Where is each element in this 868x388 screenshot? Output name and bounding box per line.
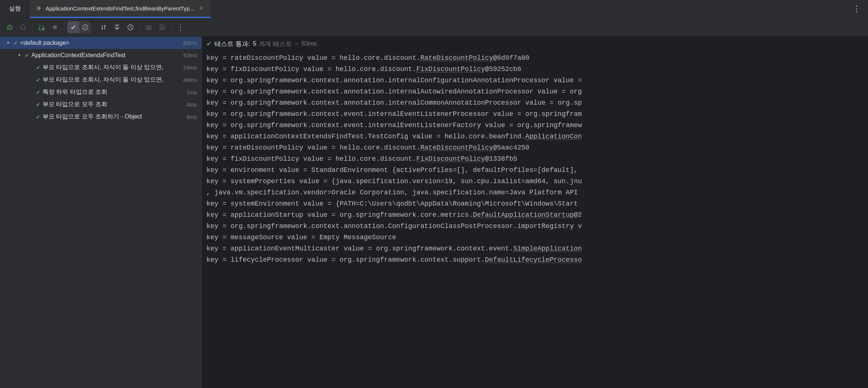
tree-node-time: 24ms	[183, 64, 197, 71]
svg-rect-1	[53, 25, 57, 29]
tree-test-row[interactable]: ✔ 부모 타입으로 모두 조회 4ms	[0, 98, 201, 111]
status-dash: –	[295, 40, 298, 47]
console-line: key = fixDiscountPolicy value = hello.co…	[206, 64, 864, 75]
history-button[interactable]	[124, 21, 136, 33]
pass-icon: ✔	[36, 89, 40, 95]
console-line: key = rateDiscountPolicy value = hello.c…	[206, 52, 864, 64]
run-tool-label: 실행	[0, 5, 30, 13]
pass-icon: ✔	[206, 40, 212, 48]
tree-class-row[interactable]: ▾ ✔ ApplicationContextExtendsFindTest 83…	[0, 49, 201, 61]
tree-node-label: ApplicationContextExtendsFindTest	[31, 52, 183, 59]
status-time: 83ms	[301, 40, 317, 47]
tree-node-time: 4ms	[187, 101, 197, 108]
pass-icon: ✔	[36, 102, 40, 108]
chevron-down-icon[interactable]: ▾	[16, 53, 22, 58]
console-line: key = org.springframework.context.event.…	[206, 120, 864, 131]
stop-button[interactable]	[49, 21, 61, 33]
console-panel: ✔ 테스트 통과: 5 /5개 테스트 – 83ms key = rateDis…	[202, 37, 868, 388]
console-line: key = applicationContextExtendsFindTest.…	[206, 131, 864, 142]
tree-node-label: <default package>	[20, 40, 183, 46]
status-count: 5	[253, 40, 256, 47]
tree-node-label: 부모 타입으로 모두 조회하기 - Object	[43, 113, 187, 121]
tree-test-row[interactable]: ✔ 부모 타입으로 조회시, 자식이 둘 이상 있으면, 48ms	[0, 74, 201, 86]
close-icon[interactable]: ×	[198, 4, 205, 12]
tree-node-time: 1ms	[187, 89, 197, 95]
main-area: ▾ ✔ <default package> 83ms ▾ ✔ Applicati…	[0, 37, 868, 388]
tree-test-row[interactable]: ✔ 부모 타입으로 조회시, 자식이 둘 이상 있으면, 24ms	[0, 61, 201, 74]
console-line: key = rateDiscountPolicy value = hello.c…	[206, 142, 864, 153]
console-line: key = applicationEventMulticaster value …	[206, 243, 864, 254]
tree-node-time: 6ms	[187, 114, 197, 120]
tree-node-time: 83ms	[183, 40, 197, 46]
sort-button[interactable]	[98, 21, 110, 33]
expand-all-button[interactable]	[111, 21, 123, 33]
tree-node-time: 48ms	[183, 77, 197, 83]
more-menu-icon[interactable]: ⋮	[845, 4, 868, 14]
show-passed-ignored-group	[67, 21, 91, 33]
toggle-auto-test-button[interactable]	[36, 21, 47, 33]
console-line: key = org.springframework.context.annota…	[206, 97, 864, 108]
console-line: key = org.springframework.context.annota…	[206, 75, 864, 86]
pass-icon: ✔	[25, 52, 29, 58]
console-line: key = messageSource value = Empty Messag…	[206, 232, 864, 243]
test-tree-panel: ▾ ✔ <default package> 83ms ▾ ✔ Applicati…	[0, 37, 202, 388]
run-toolbar: ⋮	[0, 18, 868, 37]
tree-node-label: 부모 타입으로 조회시, 자식이 둘 이상 있으면,	[43, 76, 183, 84]
toolbar-more-icon[interactable]: ⋮	[175, 21, 187, 33]
console-line: key = lifecycleProcessor value = org.spr…	[206, 254, 864, 265]
pass-icon: ✔	[36, 77, 40, 83]
tree-test-row[interactable]: ✔ 부모 타입으로 모두 조회하기 - Object 6ms	[0, 111, 201, 123]
rerun-failed-button[interactable]	[17, 21, 29, 33]
status-label: 테스트 통과:	[215, 40, 250, 48]
pass-icon: ✔	[36, 114, 40, 120]
title-bar: 실행 ApplicationContextExtendsFindTest,fin…	[0, 0, 868, 18]
export-button[interactable]	[156, 21, 168, 33]
pass-icon: ✔	[13, 40, 18, 46]
tree-node-label: 부모 타입으로 모두 조회	[43, 101, 187, 108]
console-line: key = org.springframework.context.event.…	[206, 108, 864, 120]
screenshot-button[interactable]	[143, 21, 155, 33]
console-line: key = environment value = StandardEnviro…	[206, 164, 864, 176]
console-line: key = applicationStartup value = org.spr…	[206, 209, 864, 221]
console-line: key = systemEnvironment value = {PATH=C:…	[206, 198, 864, 209]
test-status-bar: ✔ 테스트 통과: 5 /5개 테스트 – 83ms	[202, 37, 868, 51]
console-line: , java.vm.specification.vendor=Oracle Co…	[206, 187, 864, 198]
rerun-button[interactable]	[4, 21, 16, 33]
tree-node-label: 부모 타입으로 조회시, 자식이 둘 이상 있으면,	[43, 64, 183, 71]
pass-icon: ✔	[36, 65, 40, 71]
console-line: key = fixDiscountPolicy value = hello.co…	[206, 153, 864, 164]
console-line: key = systemProperties value = {java.spe…	[206, 176, 864, 187]
run-config-icon	[36, 5, 42, 11]
status-total: /5개 테스트	[259, 40, 292, 48]
console-output[interactable]: key = rateDiscountPolicy value = hello.c…	[202, 51, 868, 388]
show-ignored-button[interactable]	[79, 21, 91, 33]
show-passed-button[interactable]	[67, 21, 79, 33]
chevron-down-icon[interactable]: ▾	[5, 40, 11, 45]
console-line: key = org.springframework.context.annota…	[206, 221, 864, 232]
tab-title: ApplicationContextExtendsFindTest,findBe…	[46, 5, 194, 12]
tree-node-label: 특정 하위 타입으로 조회	[43, 88, 187, 96]
console-line: key = org.springframework.context.annota…	[206, 86, 864, 97]
run-tab[interactable]: ApplicationContextExtendsFindTest,findBe…	[30, 0, 211, 18]
svg-point-5	[148, 27, 150, 29]
tree-test-row[interactable]: ✔ 특정 하위 타입으로 조회 1ms	[0, 86, 201, 98]
tree-node-time: 83ms	[183, 52, 197, 58]
svg-point-0	[42, 28, 44, 30]
tree-root-row[interactable]: ▾ ✔ <default package> 83ms	[0, 37, 201, 49]
